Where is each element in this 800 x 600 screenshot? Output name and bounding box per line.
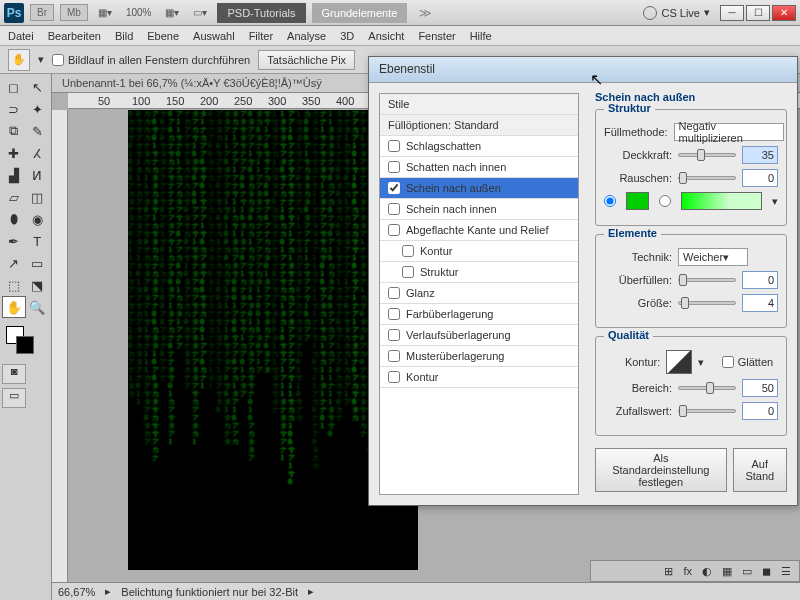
size-slider[interactable] <box>678 301 736 305</box>
noise-slider[interactable] <box>678 176 736 180</box>
glow-color-button[interactable] <box>626 192 649 210</box>
style-list-item[interactable]: Stile <box>380 94 578 115</box>
menu-hilfe[interactable]: Hilfe <box>470 30 492 42</box>
menu-ebene[interactable]: Ebene <box>147 30 179 42</box>
fx-icon[interactable]: fx <box>683 565 692 577</box>
heal-tool[interactable]: ✚ <box>2 142 26 164</box>
color-radio[interactable] <box>604 195 616 207</box>
3d-tool[interactable]: ⬚ <box>2 274 26 296</box>
style-list-item[interactable]: Schein nach außen <box>380 178 578 199</box>
lasso-tool[interactable]: ⊃ <box>2 98 26 120</box>
style-list-item[interactable]: Schein nach innen <box>380 199 578 220</box>
style-list-item[interactable]: Farbüberlagerung <box>380 304 578 325</box>
range-slider[interactable] <box>678 386 736 390</box>
menu-filter[interactable]: Filter <box>249 30 273 42</box>
style-list-item[interactable]: Kontur <box>380 367 578 388</box>
chevron-right-icon[interactable]: ≫ <box>413 6 438 20</box>
glow-gradient-button[interactable] <box>681 192 762 210</box>
size-input[interactable] <box>742 294 778 312</box>
actual-pixels-button[interactable]: Tatsächliche Pix <box>258 50 355 70</box>
style-list-item[interactable]: Struktur <box>380 262 578 283</box>
gradient-tool[interactable]: ◫ <box>26 186 50 208</box>
style-list-item[interactable]: Kontur <box>380 241 578 262</box>
style-list-item[interactable]: Musterüberlagerung <box>380 346 578 367</box>
gradient-radio[interactable] <box>659 195 671 207</box>
workspace-tab[interactable]: Grundelemente <box>312 3 408 23</box>
path-tool[interactable]: ↗ <box>2 252 26 274</box>
screen-dropdown[interactable]: ▭▾ <box>189 7 211 18</box>
jitter-slider[interactable] <box>678 409 736 413</box>
minibridge-button[interactable]: Mb <box>60 4 88 21</box>
style-list-item[interactable]: Schatten nach innen <box>380 157 578 178</box>
mask-icon[interactable]: ◐ <box>702 565 712 578</box>
style-list-item[interactable]: Schlagschatten <box>380 136 578 157</box>
stamp-tool[interactable]: ▟ <box>2 164 26 186</box>
zoom-dropdown[interactable]: 100% <box>122 7 156 18</box>
trash-icon[interactable]: ☰ <box>781 565 791 578</box>
menu-auswahl[interactable]: Auswahl <box>193 30 235 42</box>
pen-tool[interactable]: ✒ <box>2 230 26 252</box>
workspace-tab[interactable]: PSD-Tutorials <box>217 3 305 23</box>
move-tool[interactable]: ↖ <box>26 76 50 98</box>
group-icon[interactable]: ▭ <box>742 565 752 578</box>
spread-input[interactable] <box>742 271 778 289</box>
bridge-button[interactable]: Br <box>30 4 54 21</box>
adjustment-icon[interactable]: ▦ <box>722 565 732 578</box>
marquee-tool[interactable]: ◻ <box>2 76 26 98</box>
brush-tool[interactable]: ⵃ <box>26 142 50 164</box>
view-dropdown[interactable]: ▦▾ <box>94 7 116 18</box>
crop-tool[interactable]: ⧉ <box>2 120 26 142</box>
cslive-label[interactable]: CS Live <box>661 7 700 19</box>
close-button[interactable]: ✕ <box>772 5 796 21</box>
color-swatches[interactable] <box>2 324 49 360</box>
reset-default-button[interactable]: Auf Stand <box>733 448 787 492</box>
screenmode-button[interactable]: ▭ <box>2 388 26 408</box>
menu-analyse[interactable]: Analyse <box>287 30 326 42</box>
minimize-button[interactable]: ─ <box>720 5 744 21</box>
dodge-tool[interactable]: ◉ <box>26 208 50 230</box>
zoom-tool[interactable]: 🔍 <box>26 296 50 318</box>
maximize-button[interactable]: ☐ <box>746 5 770 21</box>
shape-tool[interactable]: ▭ <box>26 252 50 274</box>
menu-bild[interactable]: Bild <box>115 30 133 42</box>
toolbox: ◻↖ ⊃✦ ⧉✎ ✚ⵃ ▟ⵍ ▱◫ ⬮◉ ✒T ↗▭ ⬚⬔ ✋🔍 ◙ ▭ <box>0 74 52 600</box>
style-list-item[interactable]: Glanz <box>380 283 578 304</box>
scroll-all-checkbox[interactable]: Bildlauf in allen Fenstern durchführen <box>52 54 250 66</box>
menu-fenster[interactable]: Fenster <box>418 30 455 42</box>
menu-ansicht[interactable]: Ansicht <box>368 30 404 42</box>
menu-3d[interactable]: 3D <box>340 30 354 42</box>
type-tool[interactable]: T <box>26 230 50 252</box>
status-zoom[interactable]: 66,67% <box>58 586 95 598</box>
eraser-tool[interactable]: ▱ <box>2 186 26 208</box>
new-layer-icon[interactable]: ◼ <box>762 565 771 578</box>
jitter-input[interactable] <box>742 402 778 420</box>
blend-mode-select[interactable]: Negativ multiplizieren <box>674 123 784 141</box>
quickmask-button[interactable]: ◙ <box>2 364 26 384</box>
hand-tool-icon[interactable]: ✋ <box>8 49 30 71</box>
camera-tool[interactable]: ⬔ <box>26 274 50 296</box>
history-brush-tool[interactable]: ⵍ <box>26 164 50 186</box>
blur-tool[interactable]: ⬮ <box>2 208 26 230</box>
spread-slider[interactable] <box>678 278 736 282</box>
menu-bearbeiten[interactable]: Bearbeiten <box>48 30 101 42</box>
noise-input[interactable] <box>742 169 778 187</box>
style-list-item[interactable]: Verlaufsüberlagerung <box>380 325 578 346</box>
link-icon[interactable]: ⊞ <box>664 565 673 578</box>
contour-picker[interactable] <box>666 350 691 374</box>
hand-tool[interactable]: ✋ <box>2 296 26 318</box>
opacity-input[interactable] <box>742 146 778 164</box>
menu-datei[interactable]: Datei <box>8 30 34 42</box>
wand-tool[interactable]: ✦ <box>26 98 50 120</box>
style-list-item[interactable]: Abgeflachte Kante und Relief <box>380 220 578 241</box>
range-input[interactable] <box>742 379 778 397</box>
status-bar: 66,67% ▸ Belichtung funktioniert nur bei… <box>52 582 800 600</box>
opacity-slider[interactable] <box>678 153 736 157</box>
style-list[interactable]: StileFüllöptionen: StandardSchlagschatte… <box>379 93 579 495</box>
antialias-checkbox[interactable]: Glätten <box>722 356 778 368</box>
eyedropper-tool[interactable]: ✎ <box>26 120 50 142</box>
make-default-button[interactable]: Als Standardeinstellung festlegen <box>595 448 727 492</box>
style-list-item[interactable]: Füllöptionen: Standard <box>380 115 578 136</box>
layers-panel-footer: ⊞ fx ◐ ▦ ▭ ◼ ☰ <box>590 560 800 582</box>
technique-select[interactable]: Weicher ▾ <box>678 248 748 266</box>
arrange-dropdown[interactable]: ▦▾ <box>161 7 183 18</box>
